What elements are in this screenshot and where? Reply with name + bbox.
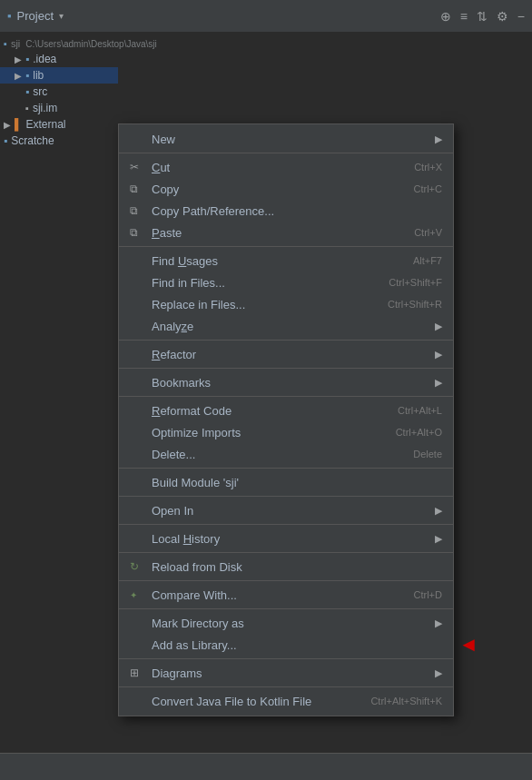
menu-item-refactor[interactable]: Refactor ▶: [119, 343, 453, 365]
toolbar-title: ▪ Project ▾: [7, 9, 64, 23]
submenu-arrow-open-in: ▶: [435, 505, 442, 517]
menu-item-compare-with[interactable]: ✦ Compare With... Ctrl+D: [119, 584, 453, 606]
tree-item-external[interactable]: ▶ ▌ External: [0, 116, 118, 133]
toolbar: ▪ Project ▾ ⊕ ≡ ⇅ ⚙ −: [0, 0, 532, 33]
settings-icon[interactable]: ⚙: [497, 9, 508, 24]
menu-label-cut: Cut: [152, 161, 414, 174]
arrow-icon: ▶: [15, 54, 22, 64]
menu-label-optimize-imports: Optimize Imports: [152, 426, 396, 439]
file-icon-sjiim: ▪: [25, 103, 29, 114]
menu-item-replace-in-files[interactable]: Replace in Files... Ctrl+Shift+R: [119, 293, 453, 315]
shortcut-paste: Ctrl+V: [414, 227, 442, 238]
folder-icon-lib: ▪: [25, 69, 29, 82]
menu-item-copy-path[interactable]: ⧉ Copy Path/Reference...: [119, 200, 453, 222]
menu-item-open-in[interactable]: Open In ▶: [119, 499, 453, 521]
menu-item-diagrams[interactable]: ⊞ Diagrams ▶: [119, 662, 453, 684]
submenu-arrow-bookmarks: ▶: [435, 377, 442, 389]
menu-item-mark-directory-as[interactable]: Mark Directory as ▶: [119, 612, 453, 634]
menu-item-cut[interactable]: ✂ Cut Ctrl+X: [119, 156, 453, 178]
menu-item-find-usages[interactable]: Find Usages Alt+F7: [119, 250, 453, 272]
menu-label-copy: Copy: [152, 183, 414, 196]
menu-item-copy[interactable]: ⧉ Copy Ctrl+C: [119, 178, 453, 200]
submenu-arrow-diagrams: ▶: [435, 667, 442, 679]
folder-icon-idea: ▪: [25, 53, 29, 65]
submenu-arrow-new: ▶: [435, 133, 442, 145]
paste-icon: ⧉: [130, 226, 146, 239]
menu-label-compare-with: Compare With...: [152, 588, 414, 602]
arrow-icon-lib: ▶: [15, 71, 22, 81]
tree-item-sjiim[interactable]: ▪ sji.im: [0, 100, 118, 116]
menu-label-reload: Reload from Disk: [152, 560, 442, 574]
menu-item-reformat-code[interactable]: Reformat Code Ctrl+Alt+L: [119, 400, 453, 421]
menu-item-reload[interactable]: ↻ Reload from Disk: [119, 556, 453, 578]
compare-icon: ✦: [130, 590, 146, 600]
separator-7: [119, 496, 453, 497]
dropdown-arrow[interactable]: ▾: [59, 11, 64, 21]
separator-12: [119, 658, 453, 659]
separator-13: [119, 686, 453, 687]
separator-3: [119, 340, 453, 341]
list-icon[interactable]: ≡: [460, 9, 468, 24]
shortcut-optimize-imports: Ctrl+Alt+O: [396, 427, 442, 438]
submenu-arrow-mark-dir: ▶: [435, 617, 442, 629]
shortcut-convert-java: Ctrl+Alt+Shift+K: [370, 696, 442, 706]
diagrams-icon: ⊞: [130, 666, 146, 679]
sort-icon[interactable]: ⇅: [477, 9, 488, 24]
menu-item-optimize-imports[interactable]: Optimize Imports Ctrl+Alt+O: [119, 421, 453, 443]
separator-1: [119, 153, 453, 153]
menu-item-delete[interactable]: Delete... Delete: [119, 443, 453, 465]
minimize-icon[interactable]: −: [517, 9, 525, 24]
scratch-icon: ▪: [4, 134, 7, 147]
menu-label-local-history: Local History: [152, 532, 428, 546]
project-label: Project: [17, 9, 54, 23]
menu-label-open-in: Open In: [152, 504, 428, 518]
menu-label-analyze: Analyze: [152, 320, 428, 333]
toolbar-icons: ⊕ ≡ ⇅ ⚙ −: [440, 9, 525, 24]
context-menu: New ▶ ✂ Cut Ctrl+X ⧉ Copy Ctrl+C ⧉ Copy …: [118, 123, 454, 716]
menu-item-add-as-library[interactable]: Add as Library... ◄: [119, 634, 453, 656]
menu-label-find-usages: Find Usages: [152, 254, 413, 268]
shortcut-copy: Ctrl+C: [414, 183, 442, 194]
menu-item-new[interactable]: New ▶: [119, 128, 453, 150]
copy-icon: ⧉: [130, 183, 146, 195]
menu-item-build-module[interactable]: Build Module 'sji': [119, 471, 453, 493]
shortcut-compare-with: Ctrl+D: [414, 589, 442, 600]
sji-root-icon: ▪: [4, 38, 7, 49]
submenu-arrow-refactor: ▶: [435, 349, 442, 360]
tree-item-src[interactable]: ▪ src: [0, 84, 118, 100]
menu-label-build-module: Build Module 'sji': [152, 476, 442, 489]
separator-10: [119, 580, 453, 581]
menu-label-refactor: Refactor: [152, 348, 428, 361]
copy-path-icon: ⧉: [130, 204, 146, 217]
menu-item-local-history[interactable]: Local History ▶: [119, 528, 453, 549]
file-tree: ▪ sji C:\Users\admin\Desktop\Java\sji ▶ …: [0, 33, 118, 753]
menu-label-convert-java: Convert Java File to Kotlin File: [152, 695, 370, 708]
separator-11: [119, 608, 453, 609]
arrow-icon-external: ▶: [4, 120, 11, 130]
cut-icon: ✂: [130, 161, 146, 173]
menu-item-bookmarks[interactable]: Bookmarks ▶: [119, 371, 453, 393]
submenu-arrow-local-history: ▶: [435, 533, 442, 545]
folder-icon-src: ▪: [25, 85, 29, 98]
menu-label-copy-path: Copy Path/Reference...: [152, 204, 442, 218]
menu-item-find-in-files[interactable]: Find in Files... Ctrl+Shift+F: [119, 272, 453, 293]
shortcut-cut: Ctrl+X: [414, 162, 442, 173]
sync-icon[interactable]: ⊕: [440, 9, 451, 24]
submenu-arrow-analyze: ▶: [435, 321, 442, 332]
tree-item-idea[interactable]: ▶ ▪ .idea: [0, 51, 118, 67]
menu-label-diagrams: Diagrams: [152, 666, 428, 680]
shortcut-reformat-code: Ctrl+Alt+L: [398, 405, 442, 416]
menu-item-analyze[interactable]: Analyze ▶: [119, 315, 453, 337]
breadcrumb-path: ▪ sji C:\Users\admin\Desktop\Java\sji: [0, 36, 118, 51]
menu-item-convert-java[interactable]: Convert Java File to Kotlin File Ctrl+Al…: [119, 690, 453, 712]
tree-item-lib[interactable]: ▶ ▪ lib: [0, 67, 118, 84]
shortcut-delete: Delete: [413, 449, 442, 459]
separator-9: [119, 552, 453, 553]
separator-4: [119, 368, 453, 369]
library-icon-external: ▌: [15, 118, 23, 131]
menu-label-bookmarks: Bookmarks: [152, 376, 428, 390]
menu-item-paste[interactable]: ⧉ Paste Ctrl+V: [119, 222, 453, 243]
separator-2: [119, 246, 453, 247]
menu-label-paste: Paste: [152, 226, 414, 240]
tree-item-scratch[interactable]: ▪ Scratche: [0, 133, 118, 149]
